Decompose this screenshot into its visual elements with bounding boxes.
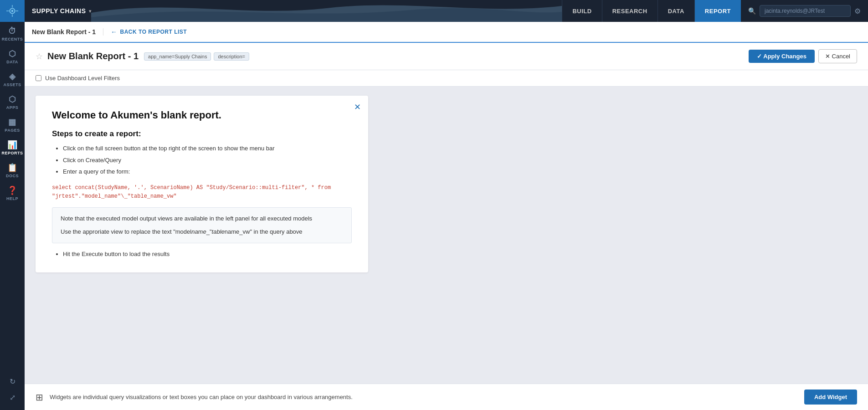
- topbar-nav: BUILD RESEARCH DATA REPORT: [562, 0, 741, 22]
- welcome-card-close-button[interactable]: ✕: [354, 102, 361, 112]
- sidebar-item-label: REPORTS: [1, 151, 23, 155]
- content-area: ☆ New Blank Report - 1 app_name=Supply C…: [25, 43, 868, 410]
- nav-report[interactable]: REPORT: [694, 0, 741, 22]
- back-arrow-icon: ←: [111, 28, 118, 36]
- welcome-card: ✕ Welcome to Akumen's blank report. Step…: [36, 96, 368, 272]
- sidebar-item-label: RECENTS: [2, 37, 23, 41]
- sidebar-item-label: DATA: [6, 60, 18, 64]
- pages-icon: ▦: [8, 117, 16, 127]
- bottom-bar-text: Widgets are individual query visualizati…: [50, 394, 804, 400]
- nav-data[interactable]: DATA: [657, 0, 694, 22]
- step-item: Click on Create/Query: [63, 156, 352, 165]
- back-label: BACK TO REPORT LIST: [120, 29, 187, 35]
- sidebar-item-reports[interactable]: 📊 REPORTS: [0, 135, 25, 158]
- dashboard-filter-checkbox-label[interactable]: Use Dashboard Level Filters: [36, 75, 120, 82]
- topbar-search-area: 🔍 jacinta.reynolds@JRTest ⚙: [741, 5, 868, 17]
- apps-icon: ⬡: [9, 94, 16, 104]
- gear-icon[interactable]: ⚙: [854, 7, 861, 15]
- code-sample: select concat(StudyName, '.', ScenarioNa…: [52, 184, 352, 201]
- sidebar-item-assets[interactable]: ◈ ASSETS: [0, 67, 25, 90]
- sidebar-item-pages[interactable]: ▦ PAGES: [0, 113, 25, 135]
- steps-list: Click on the full screen button at the t…: [52, 144, 352, 176]
- svg-point-2: [11, 10, 14, 12]
- help-icon: ❓: [7, 185, 18, 195]
- sidebar-item-recents[interactable]: ⏱ RECENTS: [0, 22, 25, 44]
- welcome-title: Welcome to Akumen's blank report.: [52, 109, 352, 121]
- back-to-report-list[interactable]: ← BACK TO REPORT LIST: [111, 28, 187, 36]
- note-box: Note that the executed model output view…: [52, 207, 352, 244]
- apply-changes-button[interactable]: ✓ Apply Changes: [749, 50, 815, 63]
- sidebar-item-label: HELP: [6, 196, 18, 201]
- report-header: ☆ New Blank Report - 1 app_name=Supply C…: [25, 43, 868, 70]
- sidebar-item-apps[interactable]: ⬡ APPS: [0, 90, 25, 113]
- nav-research[interactable]: RESEARCH: [602, 0, 657, 22]
- report-tag-description: description=: [214, 52, 249, 61]
- expand-icon[interactable]: ⤢: [0, 390, 25, 405]
- note2: Use the approriate view to replace the t…: [61, 227, 343, 237]
- sidebar-item-label: APPS: [6, 105, 19, 110]
- final-steps-list: Hit the Execute button to load the resul…: [52, 250, 352, 259]
- cancel-button[interactable]: ✕ Cancel: [818, 49, 857, 63]
- filter-bar: Use Dashboard Level Filters: [25, 70, 868, 87]
- sidebar-item-label: DOCS: [6, 174, 19, 178]
- search-input[interactable]: jacinta.reynolds@JRTest: [760, 5, 851, 17]
- steps-title: Steps to create a report:: [52, 129, 352, 138]
- report-title: New Blank Report - 1: [47, 51, 139, 62]
- widget-icon: ⊞: [36, 392, 43, 403]
- step-item: Click on the full screen button at the t…: [63, 144, 352, 153]
- sidebar-item-help[interactable]: ❓ HELP: [0, 181, 25, 204]
- code-line2: "jrtest"."model_name"\_"table_name_vw": [52, 192, 352, 201]
- sidebar-item-label: ASSETS: [3, 82, 21, 87]
- docs-icon: 📋: [7, 163, 18, 173]
- app-name-text: SUPPLY CHAINS: [32, 7, 86, 15]
- dashboard-filter-checkbox[interactable]: [36, 75, 41, 81]
- sidebar: ⏱ RECENTS ⬡ DATA ◈ ASSETS ⬡ APPS ▦ PAGES…: [0, 0, 25, 410]
- assets-icon: ◈: [9, 72, 16, 82]
- app-name[interactable]: SUPPLY CHAINS ▾: [32, 7, 91, 15]
- report-header-actions: ✓ Apply Changes ✕ Cancel: [749, 49, 857, 63]
- app-logo[interactable]: [0, 0, 25, 22]
- topbar: SUPPLY CHAINS ▾ BUILD RESEARCH DATA REPO…: [25, 0, 868, 22]
- sidebar-item-data[interactable]: ⬡ DATA: [0, 44, 25, 67]
- refresh-icon[interactable]: ↻: [0, 374, 25, 390]
- sidebar-bottom-actions: ↻ ⤢: [0, 374, 25, 410]
- note1: Note that the executed model output view…: [61, 214, 343, 224]
- final-step-item: Hit the Execute button to load the resul…: [63, 250, 352, 259]
- report-tag-appname: app_name=Supply Chains: [144, 52, 211, 61]
- nav-build[interactable]: BUILD: [562, 0, 601, 22]
- main-area: SUPPLY CHAINS ▾ BUILD RESEARCH DATA REPO…: [25, 0, 868, 410]
- breadcrumb-bar: New Blank Report - 1 ← BACK TO REPORT LI…: [25, 22, 868, 43]
- dashboard-filter-label: Use Dashboard Level Filters: [45, 75, 120, 82]
- reports-icon: 📊: [7, 140, 18, 150]
- code-line1: select concat(StudyName, '.', ScenarioNa…: [52, 184, 352, 192]
- data-icon: ⬡: [9, 49, 16, 59]
- recents-icon: ⏱: [8, 26, 17, 36]
- sidebar-item-docs[interactable]: 📋 DOCS: [0, 158, 25, 181]
- report-body: ✕ Welcome to Akumen's blank report. Step…: [25, 87, 868, 384]
- step-item: Enter a query of the form:: [63, 167, 352, 176]
- add-widget-button[interactable]: Add Widget: [804, 390, 857, 405]
- search-magnifier-icon: 🔍: [748, 7, 756, 15]
- topbar-wave: [91, 0, 562, 22]
- sidebar-item-label: PAGES: [5, 128, 20, 133]
- breadcrumb-report-title: New Blank Report - 1: [32, 28, 103, 36]
- bottom-bar: ⊞ Widgets are individual query visualiza…: [25, 384, 868, 410]
- favorite-star-icon[interactable]: ☆: [36, 51, 43, 62]
